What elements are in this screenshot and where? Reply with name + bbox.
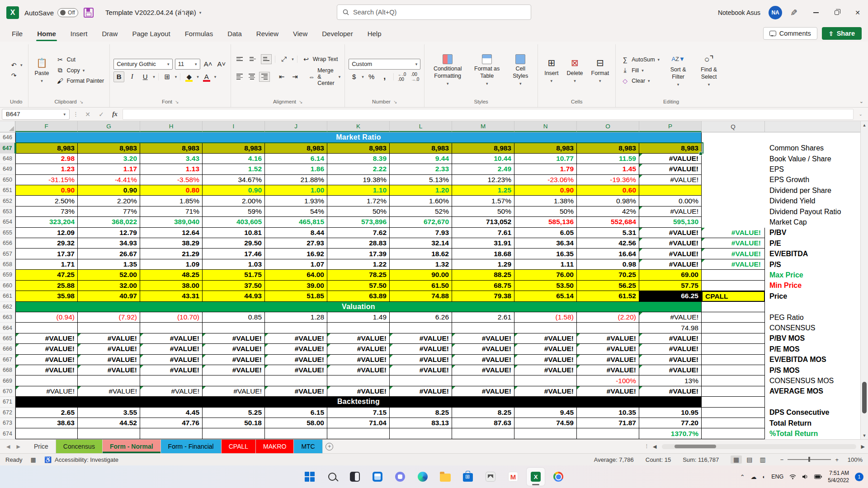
font-dialog-launcher[interactable]: ↘ [175,99,179,104]
zoom-slider-thumb[interactable] [808,457,810,462]
cell-K654[interactable]: 573,896 [327,217,390,227]
cell-G666[interactable]: #VALUE! [78,344,140,354]
cell-N665[interactable]: #VALUE! [514,333,577,344]
cell-F660[interactable]: 25.88 [15,281,78,291]
cell-I669[interactable] [203,375,265,386]
cell-G654[interactable]: 368,022 [78,217,140,227]
column-header-O[interactable]: O [577,121,639,132]
cell-O657[interactable]: 16.64 [577,249,639,259]
cell-L661[interactable]: 74.88 [390,291,452,301]
cell-K648[interactable]: 8.39 [327,154,390,164]
column-header-F[interactable]: F [15,121,78,132]
cell-I658[interactable]: 1.03 [203,259,265,270]
cell-K670[interactable]: #VALUE! [327,386,390,397]
cell-M653[interactable]: 50% [452,206,514,217]
cell-F667[interactable]: #VALUE! [15,355,78,365]
sheet-tab-form-financial[interactable]: Form - Financial [161,440,222,453]
cell-F651[interactable]: 0.90 [15,185,78,196]
menu-tab-insert[interactable]: Insert [65,27,93,40]
align-bottom-icon[interactable] [261,54,272,64]
number-dialog-launcher[interactable]: ↘ [393,99,397,104]
cell-P648[interactable]: #VALUE! [639,154,702,164]
cell-Q667[interactable] [702,355,765,365]
widgets-taskbar-icon[interactable] [368,468,387,486]
zoom-slider[interactable] [788,459,831,460]
cell-H648[interactable]: 3.43 [140,154,203,164]
cell-F659[interactable]: 47.25 [15,270,78,280]
cell-Q653[interactable] [702,206,765,217]
cell-F650[interactable]: -31.15% [15,175,78,185]
row-header-654[interactable]: 654 [0,217,15,227]
cell-H655[interactable]: 12.64 [140,228,203,238]
font-color-button[interactable]: A [201,71,212,82]
cell-I660[interactable]: 37.50 [203,281,265,291]
row-header-664[interactable]: 664 [0,323,15,333]
battery-icon[interactable] [814,474,822,479]
format-painter-button[interactable]: 🖌Format Painter [55,76,106,85]
row-header-646[interactable]: 646 [0,132,15,143]
cell-P650[interactable]: #VALUE! [639,175,702,185]
cell-O660[interactable]: 56.25 [577,281,639,291]
cell-L656[interactable]: 32.14 [390,238,452,249]
cell-I661[interactable]: 44.93 [203,291,265,301]
onedrive-cloud-icon[interactable]: ☁ [751,474,757,480]
cell-O674[interactable] [577,428,639,439]
laser-pen-icon[interactable]: ✎ [790,8,797,18]
cell-G651[interactable]: 0.90 [78,185,140,196]
cell-L665[interactable]: #VALUE! [390,333,452,344]
row-header-652[interactable]: 652 [0,196,15,206]
cell-M655[interactable]: 7.61 [452,228,514,238]
menu-tab-formulas[interactable]: Formulas [179,27,219,40]
cell-O661[interactable]: 61.52 [577,291,639,301]
align-middle-icon[interactable] [248,54,259,64]
insert-function-icon[interactable]: fx [109,111,121,118]
macro-record-icon[interactable]: ▦ [31,456,36,463]
cell-I648[interactable]: 4.16 [203,154,265,164]
zoom-level[interactable]: 100% [843,456,863,463]
cell-G660[interactable]: 32.00 [78,281,140,291]
cell-O663[interactable]: (2.20) [577,312,639,323]
align-top-icon[interactable] [235,54,245,64]
cell-I672[interactable]: 5.25 [203,408,265,418]
cell-O668[interactable]: #VALUE! [577,365,639,375]
cell-K652[interactable]: 1.72% [327,196,390,206]
sheet-tab-price[interactable]: Price [27,440,56,453]
cell-H674[interactable] [140,428,203,439]
cell-G665[interactable]: #VALUE! [78,333,140,344]
enter-icon[interactable]: ✓ [95,111,107,118]
cell-O673[interactable]: 71.87 [577,418,639,428]
cell-Q658[interactable]: #VALUE! [702,259,765,270]
cell-N667[interactable]: #VALUE! [514,355,577,365]
cell-P669[interactable]: 13% [639,375,702,386]
cell-H659[interactable]: 48.25 [140,270,203,280]
cell-L673[interactable]: 83.13 [390,418,452,428]
horizontal-scroll-thumb[interactable] [675,445,716,448]
row-header-668[interactable]: 668 [0,365,15,375]
cell-M648[interactable]: 10.44 [452,154,514,164]
task-view-taskbar-icon[interactable] [346,468,364,486]
cell-K655[interactable]: 7.62 [327,228,390,238]
cell-O672[interactable]: 10.35 [577,408,639,418]
cell-O667[interactable]: #VALUE! [577,355,639,365]
cell-O648[interactable]: 11.59 [577,154,639,164]
cell-N655[interactable]: 6.05 [514,228,577,238]
cell-J670[interactable]: #VALUE! [265,386,327,397]
insert-cells-button[interactable]: ⊞Insert▾ [542,56,561,84]
merge-center-button[interactable]: ⇔Merge & Center▾ [307,66,342,87]
cell-F661[interactable]: 35.98 [15,291,78,301]
cut-button[interactable]: ✂Cut [55,55,106,64]
cell-N647[interactable]: 8,983 [514,143,577,153]
cell-K650[interactable]: 19.38% [327,175,390,185]
cell-K673[interactable]: 71.04 [327,418,390,428]
cell-M669[interactable] [452,375,514,386]
cell-O654[interactable]: 552,684 [577,217,639,227]
cell-Q661[interactable]: CPALL [702,291,765,301]
cell-O651[interactable]: 0.60 [577,185,639,196]
cell-F673[interactable]: 38.63 [15,418,78,428]
row-header-658[interactable]: 658 [0,259,15,270]
cell-L670[interactable]: #VALUE! [390,386,452,397]
cell-I663[interactable]: 0.85 [203,312,265,323]
column-header-blank[interactable] [765,121,868,132]
cell-N657[interactable]: 16.35 [514,249,577,259]
cell-P651[interactable] [639,185,702,196]
